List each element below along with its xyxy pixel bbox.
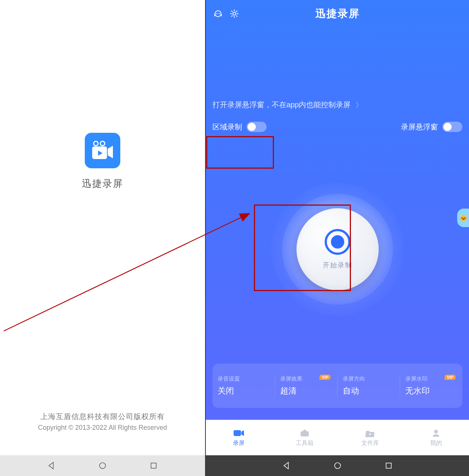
svg-rect-23: [303, 430, 306, 432]
header: 迅捷录屏: [206, 0, 469, 27]
record-area: 开始录制: [271, 183, 404, 316]
chevron-right-icon: 〉: [356, 101, 362, 109]
bottom-nav: 录屏 工具箱 文件库 我的: [206, 420, 469, 455]
app-name: 迅捷录屏: [82, 177, 123, 190]
region-record-toggle-group: 区域录制: [212, 122, 267, 132]
svg-marker-5: [49, 462, 53, 469]
svg-point-25: [434, 430, 438, 433]
android-recent-button[interactable]: [383, 460, 394, 471]
svg-point-27: [335, 463, 341, 469]
camera-icon: [233, 428, 244, 438]
svg-marker-1: [108, 146, 113, 158]
header-title: 迅捷录屏: [315, 7, 360, 21]
user-icon: [431, 428, 442, 438]
floatwindow-tip[interactable]: 打开录屏悬浮窗，不在app内也能控制录屏 〉: [212, 100, 462, 110]
record-label: 开始录制: [323, 261, 352, 270]
android-nav-bar: [0, 455, 205, 476]
setting-orientation[interactable]: 录屏方向 自动: [338, 375, 400, 396]
svg-point-11: [233, 12, 236, 15]
svg-marker-21: [241, 430, 244, 436]
svg-rect-7: [151, 463, 156, 468]
start-record-button[interactable]: 开始录制: [297, 208, 379, 290]
region-record-label: 区域录制: [212, 122, 242, 132]
svg-marker-26: [284, 462, 288, 469]
nav-files[interactable]: 文件库: [338, 428, 403, 447]
svg-point-10: [219, 13, 220, 14]
svg-line-16: [231, 11, 232, 12]
android-recent-button[interactable]: [148, 460, 159, 471]
svg-line-17: [236, 16, 237, 17]
setting-quality[interactable]: VIP 录屏效果 超清: [275, 375, 338, 396]
svg-point-3: [100, 141, 105, 146]
svg-rect-22: [301, 431, 309, 436]
android-home-button[interactable]: [332, 460, 343, 471]
nav-record[interactable]: 录屏: [206, 428, 272, 447]
svg-rect-28: [386, 463, 391, 468]
nav-mine[interactable]: 我的: [403, 428, 469, 447]
svg-rect-20: [234, 430, 241, 436]
region-record-toggle[interactable]: [247, 122, 267, 132]
android-back-button[interactable]: [281, 460, 292, 471]
svg-point-8: [215, 11, 221, 17]
record-icon: [325, 229, 351, 255]
nav-toolbox[interactable]: 工具箱: [272, 428, 338, 447]
app-logo-icon: [85, 133, 120, 168]
float-window-toggle[interactable]: [442, 122, 462, 132]
svg-point-9: [217, 13, 218, 14]
float-window-toggle-group: 录屏悬浮窗: [401, 122, 462, 132]
vip-badge: VIP: [445, 375, 456, 380]
folder-icon: [365, 428, 376, 438]
vip-badge: VIP: [319, 375, 331, 380]
setting-watermark[interactable]: VIP 录屏水印 无水印: [400, 375, 462, 396]
settings-gear-icon[interactable]: [229, 8, 240, 19]
svg-point-2: [94, 141, 98, 146]
main-screen: 迅捷录屏 打开录屏悬浮窗，不在app内也能控制录屏 〉 区域录制 录屏悬浮窗 开…: [206, 0, 469, 476]
splash-screen: 迅捷录屏 上海互盾信息科技有限公司版权所有 Copyright © 2013-2…: [0, 0, 206, 476]
toolbox-icon: [299, 428, 310, 438]
annotation-highlight-1: [206, 136, 274, 169]
support-icon[interactable]: [212, 8, 224, 19]
mascot-icon[interactable]: 🐱: [457, 209, 469, 227]
quick-settings-card: 录音设置 关闭 VIP 录屏效果 超清 录屏方向 自动 VIP 录屏水印 无水印: [212, 364, 462, 408]
svg-line-18: [231, 16, 232, 17]
svg-line-19: [236, 11, 237, 12]
setting-audio[interactable]: 录音设置 关闭: [212, 375, 275, 396]
company-text: 上海互盾信息科技有限公司版权所有: [0, 412, 205, 422]
svg-point-6: [100, 463, 105, 469]
android-home-button[interactable]: [97, 460, 108, 471]
android-nav-bar: [206, 455, 469, 476]
copyright-text: Copyright © 2013-2022 All Rights Reserve…: [0, 424, 205, 432]
tip-text: 打开录屏悬浮窗，不在app内也能控制录屏: [212, 100, 351, 110]
float-window-label: 录屏悬浮窗: [401, 122, 438, 132]
android-back-button[interactable]: [46, 460, 57, 471]
